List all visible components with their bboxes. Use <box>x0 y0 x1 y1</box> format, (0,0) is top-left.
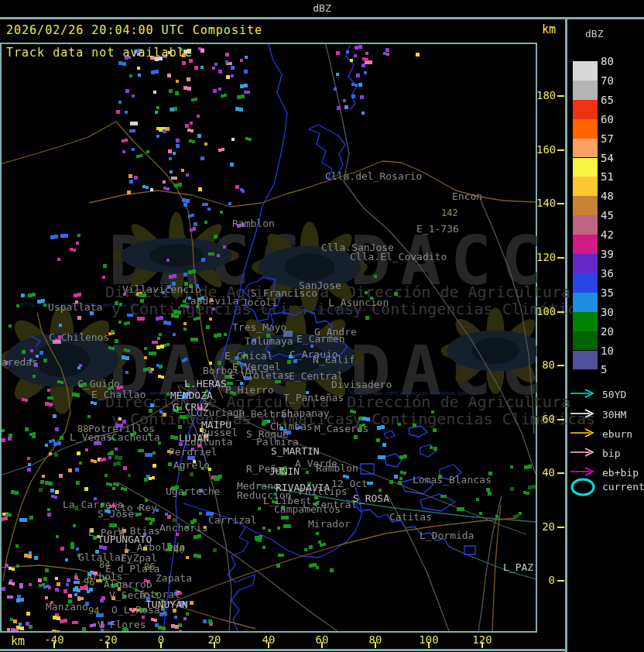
map-label: Encon <box>452 190 482 202</box>
map-label: Manzano <box>46 601 88 613</box>
map-label: 12_Oct <box>331 478 368 489</box>
map-label: Jocoli <box>242 297 278 308</box>
map-label: Zapata <box>156 572 192 584</box>
map-label: E_Carmen <box>296 333 345 345</box>
map-label: N_Calif <box>313 354 355 365</box>
map-label: Divisadero <box>331 379 392 390</box>
map-label: V_Flores <box>98 619 146 630</box>
map-label: L_Dormida <box>420 530 474 541</box>
map-label: Tres_Mayo <box>232 321 286 333</box>
map-label: E_Chical <box>224 350 273 362</box>
map-label: S_Jose <box>98 508 134 520</box>
map-label: Carrizal <box>208 514 257 526</box>
map-label: Anchoris <box>159 522 208 534</box>
map-label: P_Hierro <box>225 384 274 396</box>
map-label: C_Chilenos <box>49 331 109 343</box>
map-label: S_ROSA <box>353 492 389 504</box>
map-label: aredas <box>2 356 38 368</box>
map-label: L_Asuncion <box>328 297 389 308</box>
map-label: 142 <box>441 208 458 218</box>
track-status-message: Track data not available <box>6 46 193 60</box>
map-label: 40 <box>173 544 184 555</box>
map-label: L.HERAS <box>184 378 227 389</box>
map-label: Chapanay <box>281 407 330 419</box>
map-label: Uspallata <box>48 301 102 313</box>
map-label: E_Violetas <box>229 369 289 381</box>
map-label: Ugarteche <box>166 486 220 497</box>
map-label: Villavicencio <box>122 283 201 295</box>
map-label: SanJose <box>299 280 341 291</box>
map-label: E_1-736 <box>416 223 459 235</box>
map-label: C_Guido <box>77 378 120 389</box>
map-label: MENDOZA <box>170 389 213 401</box>
map-label: Ramblon <box>316 462 358 474</box>
map-label: Clla.del_Rosario <box>325 170 422 182</box>
map-label: Ramblon <box>232 218 275 229</box>
map-label: L_Central <box>303 499 357 510</box>
map-label: Luzuriaga <box>190 407 245 418</box>
map-label: Mirador <box>308 518 351 530</box>
map-label: Clla.El_Covadito <box>350 251 447 263</box>
map-label: Capdevila <box>184 295 238 307</box>
map-label: L_Vegas <box>70 431 112 443</box>
map-label: 94 <box>88 606 99 616</box>
map-label: O_L_Rosas <box>111 604 166 616</box>
map-label: 86 <box>144 561 155 572</box>
map-place-labels: Clla.del_RosarioEncon142E_1-736Clla.SanJ… <box>0 0 644 652</box>
radar-viewer-window: dBZ 2026/02/26 20:04:00 UTC Composite km… <box>0 0 644 652</box>
map-label: Perdriel <box>169 446 218 458</box>
map-label: M_Caseros <box>314 423 368 434</box>
map-label: Tulumaya <box>245 335 293 347</box>
map-label: L_PAZ <box>503 561 533 573</box>
map-label: Agrelo <box>173 459 210 471</box>
map-label: Lomas_Blancas <box>413 474 492 486</box>
map-label: E_Challao <box>91 389 146 400</box>
map-label: S_MARTIN <box>271 445 320 457</box>
map-label: Cacheuta <box>111 431 160 443</box>
map-label: T_Panteñas <box>283 392 344 403</box>
map-label: 96 <box>84 577 94 588</box>
map-label: Catitas <box>389 511 432 523</box>
